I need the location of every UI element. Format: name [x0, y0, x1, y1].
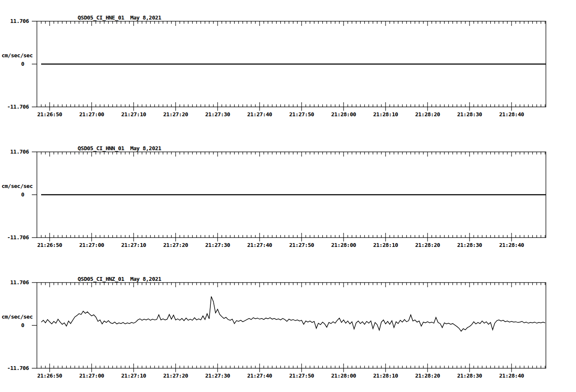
seismogram-page: { "page": { "background": "#ffffff", "in…: [0, 0, 576, 392]
plot-area-1: [32, 21, 546, 111]
plot-area-2: [32, 152, 546, 241]
plots-canvas: [0, 0, 576, 392]
plot-area-3: [32, 283, 546, 372]
waveform-trace: [41, 297, 545, 331]
